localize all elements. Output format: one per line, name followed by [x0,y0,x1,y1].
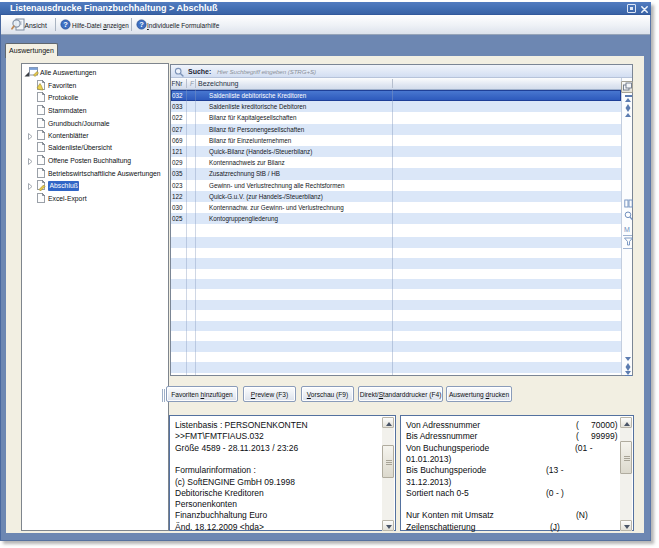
svg-text:M: M [624,226,630,233]
svg-text:?: ? [63,20,68,29]
svg-text:?: ? [139,20,144,29]
